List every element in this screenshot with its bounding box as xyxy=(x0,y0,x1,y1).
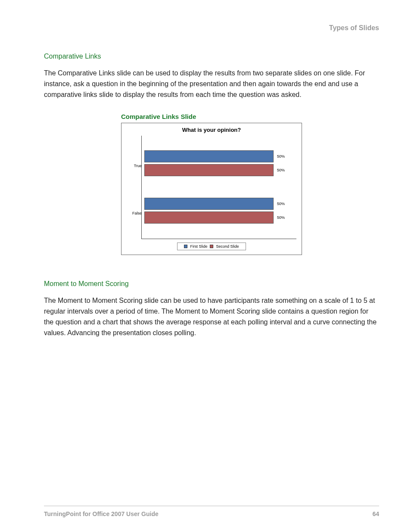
chart-category-false: False 50% 50% xyxy=(144,196,296,230)
document-page: Types of Slides Comparative Links The Co… xyxy=(0,0,411,532)
legend-label-second: Second Slide xyxy=(216,244,239,249)
chart-bar-second-slide: 50% xyxy=(144,164,274,176)
legend-swatch-first-icon xyxy=(184,245,187,248)
footer-doc-title: TurningPoint for Office 2007 User Guide xyxy=(44,510,159,517)
figure-comparative-links: Comparative Links Slide What is your opi… xyxy=(121,113,302,255)
chart-category-label: False xyxy=(128,211,142,215)
chart-bar-first-slide: 50% xyxy=(144,198,274,210)
chart-bar-first-slide: 50% xyxy=(144,150,274,162)
chart-title: What is your opinion? xyxy=(125,127,298,133)
figure-caption: Comparative Links Slide xyxy=(121,113,302,120)
chart-bar-value: 50% xyxy=(277,154,285,159)
paragraph-moment-to-moment: The Moment to Moment Scoring slide can b… xyxy=(44,296,379,338)
chart-plot-area: True 50% 50% False xyxy=(141,136,296,239)
chart-container: What is your opinion? True 50% 50% xyxy=(121,123,302,255)
footer-page-number: 64 xyxy=(372,510,379,517)
paragraph-comparative-links: The Comparative Links slide can be used … xyxy=(44,68,379,100)
heading-moment-to-moment: Moment to Moment Scoring xyxy=(44,280,379,288)
chart-bar-value: 50% xyxy=(277,168,285,172)
legend-swatch-second-icon xyxy=(210,245,213,248)
chart-bar-value: 50% xyxy=(277,215,285,220)
heading-comparative-links: Comparative Links xyxy=(44,53,379,60)
chart-category-true: True 50% 50% xyxy=(144,149,296,183)
chart-legend: First Slide Second Slide xyxy=(177,243,246,250)
chart-bar-value: 50% xyxy=(277,202,285,206)
chart-category-label: True xyxy=(128,164,142,168)
legend-label-first: First Slide xyxy=(190,244,207,249)
chart-bar-second-slide: 50% xyxy=(144,212,274,224)
section-header: Types of Slides xyxy=(44,24,379,32)
page-footer: TurningPoint for Office 2007 User Guide … xyxy=(44,506,379,517)
